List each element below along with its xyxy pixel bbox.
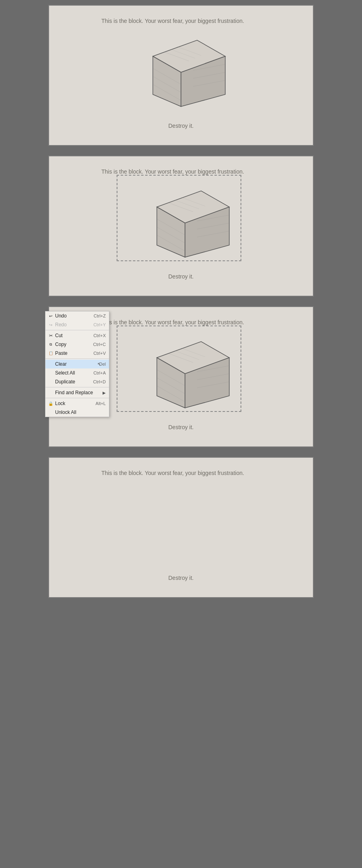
menu-item-copy[interactable]: ⧉ Copy Ctrl+C [45,340,109,349]
panel-1: This is the block. Your worst fear, your… [48,5,314,146]
panel-2-destroy: Destroy it. [168,273,193,280]
menu-shortcut-undo: Ctrl+Z [94,313,106,318]
menu-label-select-all: Select All [55,370,75,376]
menu-label-unlock-all: Unlock All [55,409,76,415]
menu-divider-4 [45,398,109,398]
context-menu: ↩ Undo Ctrl+Z ↪ Redo Ctrl+Y ✂ Cut Ctrl+X… [45,311,109,417]
cube-image-3 [137,334,233,412]
paste-icon: 📋 [48,350,53,356]
panel-3-wrapper: This is the block. Your worst fear, your… [0,301,362,452]
panel-3-destroy: Destroy it. [168,424,193,430]
cube-container-1 [133,32,229,111]
menu-label-paste: Paste [55,350,68,356]
cube-image-1 [133,32,229,111]
undo-icon: ↩ [48,313,53,319]
menu-label-undo: Undo [55,313,67,319]
menu-label-find-replace: Find and Replace [55,390,93,395]
menu-label-duplicate: Duplicate [55,379,75,385]
panel-4: This is the block. Your worst fear, your… [48,457,314,598]
menu-shortcut-duplicate: Ctrl+D [93,379,106,384]
cube-container-3 [137,334,233,412]
panel-4-text: This is the block. Your worst fear, your… [57,470,305,476]
menu-label-cut: Cut [55,333,63,338]
copy-icon: ⧉ [48,342,53,347]
menu-item-unlock-all[interactable]: Unlock All [45,408,109,417]
submenu-arrow-icon: ▶ [103,391,106,395]
menu-item-cut[interactable]: ✂ Cut Ctrl+X [45,331,109,340]
cube-image-2 [137,183,233,261]
menu-shortcut-paste: Ctrl+V [93,351,106,356]
panel-2-text: This is the block. Your worst fear, your… [57,168,305,175]
menu-shortcut-lock: Alt+L [96,401,106,406]
panel-1-destroy: Destroy it. [168,123,193,129]
menu-item-undo[interactable]: ↩ Undo Ctrl+Z [45,311,109,320]
menu-label-copy: Copy [55,342,66,347]
panel-3: This is the block. Your worst fear, your… [48,306,314,447]
cube-container-2 [137,183,233,261]
menu-item-find-replace[interactable]: Find and Replace ▶ [45,388,109,397]
menu-divider-2 [45,358,109,359]
panel-1-text: This is the block. Your worst fear, your… [57,18,305,24]
menu-shortcut-select-all: Ctrl+A [93,371,106,375]
panel-2: This is the block. Your worst fear, your… [48,156,314,297]
menu-shortcut-copy: Ctrl+C [93,342,106,347]
menu-divider-1 [45,330,109,330]
menu-shortcut-redo: Ctrl+Y [93,322,106,327]
menu-item-paste[interactable]: 📋 Paste Ctrl+V [45,349,109,358]
menu-item-redo[interactable]: ↪ Redo Ctrl+Y [45,320,109,329]
menu-item-select-all[interactable]: Select All Ctrl+A [45,368,109,377]
menu-shortcut-cut: Ctrl+X [93,333,106,338]
menu-item-duplicate[interactable]: Duplicate Ctrl+D [45,377,109,386]
menu-item-clear[interactable]: Clear Del ↖ [45,360,109,368]
cursor-indicator: ↖ [97,362,101,367]
menu-label-lock: Lock [55,401,65,406]
menu-item-lock[interactable]: 🔒 Lock Alt+L [45,399,109,408]
menu-label-redo: Redo [55,322,67,328]
menu-divider-3 [45,387,109,387]
cut-icon: ✂ [48,333,53,338]
empty-area [133,484,229,563]
panel-4-destroy: Destroy it. [168,575,193,581]
lock-icon: 🔒 [48,401,53,406]
redo-icon: ↪ [48,322,53,328]
menu-label-clear: Clear [55,361,67,367]
